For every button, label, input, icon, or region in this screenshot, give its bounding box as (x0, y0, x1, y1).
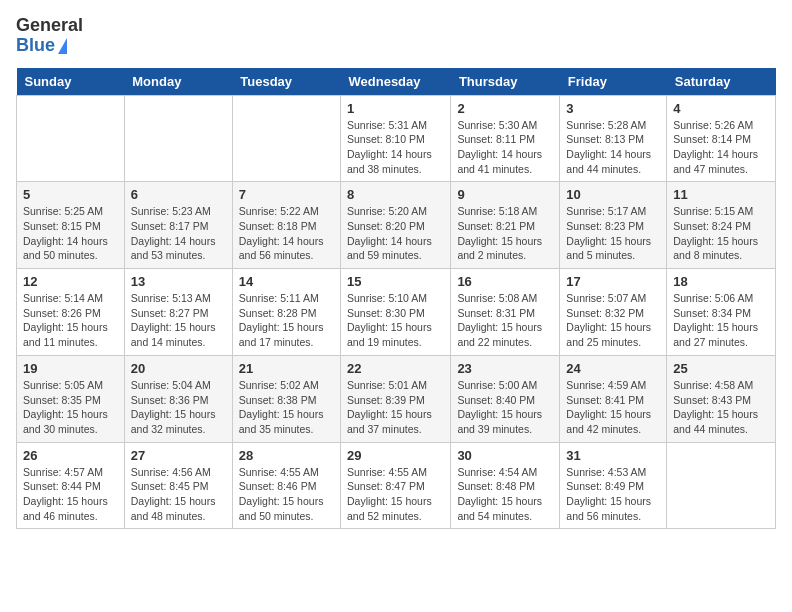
day-info: Sunrise: 5:22 AMSunset: 8:18 PMDaylight:… (239, 204, 334, 263)
day-number: 14 (239, 274, 334, 289)
calendar-cell: 6Sunrise: 5:23 AMSunset: 8:17 PMDaylight… (124, 182, 232, 269)
day-info: Sunrise: 5:04 AMSunset: 8:36 PMDaylight:… (131, 378, 226, 437)
day-info: Sunrise: 4:55 AMSunset: 8:47 PMDaylight:… (347, 465, 444, 524)
calendar-cell: 23Sunrise: 5:00 AMSunset: 8:40 PMDayligh… (451, 355, 560, 442)
day-number: 5 (23, 187, 118, 202)
calendar-cell: 4Sunrise: 5:26 AMSunset: 8:14 PMDaylight… (667, 95, 776, 182)
day-number: 31 (566, 448, 660, 463)
calendar-cell: 28Sunrise: 4:55 AMSunset: 8:46 PMDayligh… (232, 442, 340, 529)
calendar-cell: 5Sunrise: 5:25 AMSunset: 8:15 PMDaylight… (17, 182, 125, 269)
calendar-cell (667, 442, 776, 529)
calendar-cell: 15Sunrise: 5:10 AMSunset: 8:30 PMDayligh… (341, 269, 451, 356)
day-info: Sunrise: 4:54 AMSunset: 8:48 PMDaylight:… (457, 465, 553, 524)
day-info: Sunrise: 5:28 AMSunset: 8:13 PMDaylight:… (566, 118, 660, 177)
calendar-cell: 1Sunrise: 5:31 AMSunset: 8:10 PMDaylight… (341, 95, 451, 182)
weekday-header-row: SundayMondayTuesdayWednesdayThursdayFrid… (17, 68, 776, 96)
day-number: 4 (673, 101, 769, 116)
day-number: 30 (457, 448, 553, 463)
day-number: 23 (457, 361, 553, 376)
day-info: Sunrise: 5:06 AMSunset: 8:34 PMDaylight:… (673, 291, 769, 350)
calendar-table: SundayMondayTuesdayWednesdayThursdayFrid… (16, 68, 776, 530)
day-number: 6 (131, 187, 226, 202)
weekday-header-wednesday: Wednesday (341, 68, 451, 96)
day-number: 24 (566, 361, 660, 376)
calendar-cell: 26Sunrise: 4:57 AMSunset: 8:44 PMDayligh… (17, 442, 125, 529)
calendar-cell: 9Sunrise: 5:18 AMSunset: 8:21 PMDaylight… (451, 182, 560, 269)
day-info: Sunrise: 5:00 AMSunset: 8:40 PMDaylight:… (457, 378, 553, 437)
day-number: 8 (347, 187, 444, 202)
day-number: 9 (457, 187, 553, 202)
day-number: 16 (457, 274, 553, 289)
day-info: Sunrise: 5:18 AMSunset: 8:21 PMDaylight:… (457, 204, 553, 263)
day-number: 26 (23, 448, 118, 463)
calendar-cell (17, 95, 125, 182)
day-number: 2 (457, 101, 553, 116)
day-number: 18 (673, 274, 769, 289)
calendar-cell: 3Sunrise: 5:28 AMSunset: 8:13 PMDaylight… (560, 95, 667, 182)
day-number: 22 (347, 361, 444, 376)
calendar-cell: 11Sunrise: 5:15 AMSunset: 8:24 PMDayligh… (667, 182, 776, 269)
weekday-header-sunday: Sunday (17, 68, 125, 96)
calendar-cell: 12Sunrise: 5:14 AMSunset: 8:26 PMDayligh… (17, 269, 125, 356)
logo-general: General (16, 16, 83, 36)
calendar-cell: 19Sunrise: 5:05 AMSunset: 8:35 PMDayligh… (17, 355, 125, 442)
logo-blue: Blue (16, 36, 55, 56)
calendar-cell: 27Sunrise: 4:56 AMSunset: 8:45 PMDayligh… (124, 442, 232, 529)
day-info: Sunrise: 5:10 AMSunset: 8:30 PMDaylight:… (347, 291, 444, 350)
calendar-cell: 24Sunrise: 4:59 AMSunset: 8:41 PMDayligh… (560, 355, 667, 442)
day-info: Sunrise: 4:55 AMSunset: 8:46 PMDaylight:… (239, 465, 334, 524)
day-number: 17 (566, 274, 660, 289)
calendar-cell (124, 95, 232, 182)
logo-triangle-icon (58, 38, 67, 54)
weekday-header-saturday: Saturday (667, 68, 776, 96)
day-info: Sunrise: 5:11 AMSunset: 8:28 PMDaylight:… (239, 291, 334, 350)
day-info: Sunrise: 5:23 AMSunset: 8:17 PMDaylight:… (131, 204, 226, 263)
calendar-cell: 10Sunrise: 5:17 AMSunset: 8:23 PMDayligh… (560, 182, 667, 269)
day-info: Sunrise: 5:31 AMSunset: 8:10 PMDaylight:… (347, 118, 444, 177)
day-info: Sunrise: 5:14 AMSunset: 8:26 PMDaylight:… (23, 291, 118, 350)
weekday-header-tuesday: Tuesday (232, 68, 340, 96)
calendar-cell: 29Sunrise: 4:55 AMSunset: 8:47 PMDayligh… (341, 442, 451, 529)
day-number: 27 (131, 448, 226, 463)
calendar-cell: 17Sunrise: 5:07 AMSunset: 8:32 PMDayligh… (560, 269, 667, 356)
day-info: Sunrise: 5:30 AMSunset: 8:11 PMDaylight:… (457, 118, 553, 177)
day-info: Sunrise: 4:56 AMSunset: 8:45 PMDaylight:… (131, 465, 226, 524)
day-info: Sunrise: 4:59 AMSunset: 8:41 PMDaylight:… (566, 378, 660, 437)
day-info: Sunrise: 5:13 AMSunset: 8:27 PMDaylight:… (131, 291, 226, 350)
day-number: 25 (673, 361, 769, 376)
day-info: Sunrise: 5:01 AMSunset: 8:39 PMDaylight:… (347, 378, 444, 437)
day-info: Sunrise: 5:25 AMSunset: 8:15 PMDaylight:… (23, 204, 118, 263)
day-number: 13 (131, 274, 226, 289)
calendar-cell (232, 95, 340, 182)
page-header: General Blue (16, 16, 776, 56)
day-number: 12 (23, 274, 118, 289)
day-info: Sunrise: 4:58 AMSunset: 8:43 PMDaylight:… (673, 378, 769, 437)
day-info: Sunrise: 5:07 AMSunset: 8:32 PMDaylight:… (566, 291, 660, 350)
week-row-1: 1Sunrise: 5:31 AMSunset: 8:10 PMDaylight… (17, 95, 776, 182)
calendar-cell: 21Sunrise: 5:02 AMSunset: 8:38 PMDayligh… (232, 355, 340, 442)
day-number: 15 (347, 274, 444, 289)
calendar-cell: 18Sunrise: 5:06 AMSunset: 8:34 PMDayligh… (667, 269, 776, 356)
day-number: 21 (239, 361, 334, 376)
calendar-cell: 16Sunrise: 5:08 AMSunset: 8:31 PMDayligh… (451, 269, 560, 356)
weekday-header-friday: Friday (560, 68, 667, 96)
week-row-3: 12Sunrise: 5:14 AMSunset: 8:26 PMDayligh… (17, 269, 776, 356)
calendar-cell: 8Sunrise: 5:20 AMSunset: 8:20 PMDaylight… (341, 182, 451, 269)
day-number: 11 (673, 187, 769, 202)
day-info: Sunrise: 5:02 AMSunset: 8:38 PMDaylight:… (239, 378, 334, 437)
calendar-cell: 14Sunrise: 5:11 AMSunset: 8:28 PMDayligh… (232, 269, 340, 356)
weekday-header-monday: Monday (124, 68, 232, 96)
calendar-cell: 31Sunrise: 4:53 AMSunset: 8:49 PMDayligh… (560, 442, 667, 529)
logo-text: General Blue (16, 16, 83, 56)
week-row-2: 5Sunrise: 5:25 AMSunset: 8:15 PMDaylight… (17, 182, 776, 269)
week-row-4: 19Sunrise: 5:05 AMSunset: 8:35 PMDayligh… (17, 355, 776, 442)
day-info: Sunrise: 5:05 AMSunset: 8:35 PMDaylight:… (23, 378, 118, 437)
day-number: 20 (131, 361, 226, 376)
calendar-cell: 7Sunrise: 5:22 AMSunset: 8:18 PMDaylight… (232, 182, 340, 269)
day-info: Sunrise: 5:26 AMSunset: 8:14 PMDaylight:… (673, 118, 769, 177)
calendar-cell: 25Sunrise: 4:58 AMSunset: 8:43 PMDayligh… (667, 355, 776, 442)
day-number: 28 (239, 448, 334, 463)
day-number: 19 (23, 361, 118, 376)
weekday-header-thursday: Thursday (451, 68, 560, 96)
day-number: 10 (566, 187, 660, 202)
